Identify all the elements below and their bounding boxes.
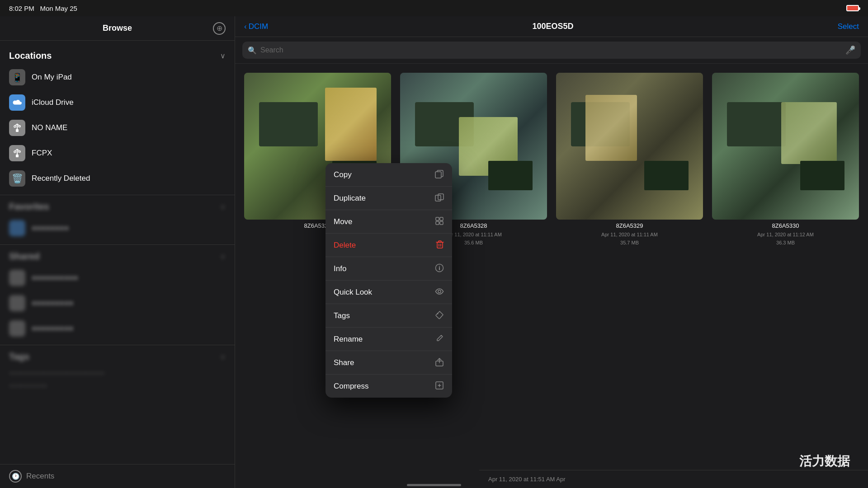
sidebar-item-fcpx[interactable]: FCPX bbox=[0, 141, 235, 166]
locations-section-header[interactable]: Locations ∨ bbox=[0, 48, 235, 65]
menu-item-copy[interactable]: Copy bbox=[326, 163, 452, 187]
divider-2 bbox=[0, 244, 235, 245]
recents-label: Recents bbox=[26, 472, 54, 481]
svg-rect-7 bbox=[16, 155, 19, 157]
duplicate-icon bbox=[435, 193, 444, 203]
sidebar: Browse ⊕ Locations ∨ 📱 On My iPad iCloud… bbox=[0, 16, 235, 488]
menu-item-rename[interactable]: Rename bbox=[326, 328, 452, 351]
shared-icon-3 bbox=[9, 320, 25, 337]
menu-label-duplicate: Duplicate bbox=[334, 194, 366, 203]
watermark: 活力数据 bbox=[799, 453, 850, 470]
status-bar: 8:02 PM Mon May 25 bbox=[0, 0, 868, 16]
battery-icon bbox=[846, 5, 859, 11]
info-icon bbox=[435, 263, 444, 274]
menu-item-delete[interactable]: Delete bbox=[326, 234, 452, 257]
browse-header: Browse ⊕ bbox=[0, 16, 235, 41]
sidebar-item-no-name[interactable]: NO NAME bbox=[0, 115, 235, 141]
recents-tab[interactable]: 🕐 Recents bbox=[0, 464, 235, 488]
favorites-header: Favorites ∨ bbox=[0, 199, 235, 216]
svg-rect-1 bbox=[16, 129, 19, 132]
menu-item-move[interactable]: Move bbox=[326, 210, 452, 234]
sidebar-scroll: Locations ∨ 📱 On My iPad iCloud Drive bbox=[0, 41, 235, 464]
trash-icon: 🗑️ bbox=[9, 170, 25, 187]
menu-item-duplicate[interactable]: Duplicate bbox=[326, 187, 452, 210]
main-content: ‹ DCIM 100EOS5D Select 🔍 🎤 bbox=[235, 16, 868, 488]
nav-title: 100EOS5D bbox=[275, 22, 830, 31]
tags-title: Tags bbox=[9, 352, 29, 362]
back-chevron-icon: ‹ bbox=[244, 22, 247, 31]
favorites-chevron-icon: ∨ bbox=[220, 202, 226, 211]
menu-label-copy: Copy bbox=[334, 170, 352, 179]
menu-label-delete: Delete bbox=[334, 241, 356, 250]
back-button[interactable]: ‹ DCIM bbox=[244, 22, 268, 31]
select-button[interactable]: Select bbox=[838, 22, 859, 31]
menu-label-share: Share bbox=[334, 358, 354, 367]
sidebar-item-shared-1: ●●●●●●●●●● bbox=[0, 265, 235, 291]
file-grid-container: 8Z6A5327 8Z6A5328 Apr 11, 2020 at 11:11 … bbox=[235, 64, 868, 488]
svg-point-24 bbox=[439, 266, 440, 267]
fav-icon-1 bbox=[9, 220, 25, 236]
tags-chevron-icon: ∨ bbox=[220, 352, 226, 361]
sidebar-item-icloud-drive[interactable]: iCloud Drive bbox=[0, 90, 235, 115]
menu-label-rename: Rename bbox=[334, 335, 363, 344]
microphone-icon[interactable]: 🎤 bbox=[845, 45, 855, 55]
svg-rect-5 bbox=[19, 126, 20, 127]
share-icon bbox=[435, 357, 444, 368]
browse-add-button[interactable]: ⊕ bbox=[213, 22, 226, 35]
menu-label-compress: Compress bbox=[334, 382, 368, 391]
menu-item-tags[interactable]: Tags bbox=[326, 304, 452, 328]
svg-rect-17 bbox=[436, 221, 439, 225]
context-menu-overlay[interactable]: Copy Duplicate bbox=[235, 64, 868, 488]
browse-title: Browse bbox=[103, 23, 132, 33]
usb-icon-2 bbox=[9, 145, 25, 161]
svg-point-10 bbox=[14, 151, 16, 153]
svg-rect-18 bbox=[440, 221, 443, 225]
sidebar-item-recently-deleted[interactable]: 🗑️ Recently Deleted bbox=[0, 166, 235, 191]
locations-title: Locations bbox=[9, 51, 52, 61]
sidebar-item-label: iCloud Drive bbox=[32, 98, 74, 107]
search-input-wrapper: 🔍 🎤 bbox=[242, 42, 861, 59]
svg-point-4 bbox=[14, 126, 16, 127]
copy-icon bbox=[435, 169, 444, 180]
svg-rect-16 bbox=[440, 217, 443, 221]
tags-header: Tags ∨ bbox=[0, 349, 235, 366]
menu-item-compress[interactable]: Compress bbox=[326, 375, 452, 398]
recents-icon: 🕐 bbox=[9, 470, 22, 483]
sidebar-item-label: ●●●●●●●● bbox=[32, 224, 69, 233]
divider-1 bbox=[0, 195, 235, 195]
favorites-title: Favorites bbox=[9, 202, 49, 212]
sidebar-item-label: NO NAME bbox=[32, 123, 67, 132]
move-icon bbox=[435, 216, 444, 227]
shared-title: Shared bbox=[9, 251, 40, 262]
menu-item-share[interactable]: Share bbox=[326, 351, 452, 375]
sidebar-item-label: Recently Deleted bbox=[32, 174, 90, 183]
sidebar-item-shared-3: ●●●●●●●●● bbox=[0, 316, 235, 341]
locations-chevron-icon: ∨ bbox=[220, 52, 226, 60]
divider-3 bbox=[0, 345, 235, 345]
menu-item-info[interactable]: Info bbox=[326, 257, 452, 281]
quick-look-icon bbox=[435, 287, 444, 297]
sidebar-item-label: On My iPad bbox=[32, 73, 72, 82]
svg-rect-12 bbox=[435, 172, 441, 178]
menu-label-info: Info bbox=[334, 264, 346, 273]
nav-header: ‹ DCIM 100EOS5D Select bbox=[235, 16, 868, 37]
menu-label-move: Move bbox=[334, 217, 353, 226]
shared-header: Shared ∨ bbox=[0, 249, 235, 265]
sidebar-item-on-my-ipad[interactable]: 📱 On My iPad bbox=[0, 65, 235, 90]
sidebar-item-fav-1: ●●●●●●●● bbox=[0, 216, 235, 241]
sidebar-item-label: ●●●●●●●●● bbox=[32, 324, 73, 333]
svg-point-26 bbox=[437, 313, 439, 314]
ipad-icon: 📱 bbox=[9, 69, 25, 85]
menu-item-quick-look[interactable]: Quick Look bbox=[326, 281, 452, 304]
delete-icon bbox=[436, 240, 444, 250]
shared-icon-1 bbox=[9, 270, 25, 286]
shared-icon-2 bbox=[9, 295, 25, 311]
compress-icon bbox=[435, 381, 444, 391]
tags-section: Tags ∨ ●●●●●●●●●●●●●●●●●●●●●●●●● ●●●●●●●… bbox=[0, 349, 235, 391]
status-time: 8:02 PM Mon May 25 bbox=[9, 5, 77, 12]
search-input[interactable] bbox=[260, 46, 842, 54]
context-menu: Copy Duplicate bbox=[326, 163, 452, 398]
usb-icon bbox=[9, 120, 25, 136]
svg-rect-19 bbox=[437, 242, 443, 248]
icloud-icon bbox=[9, 94, 25, 111]
